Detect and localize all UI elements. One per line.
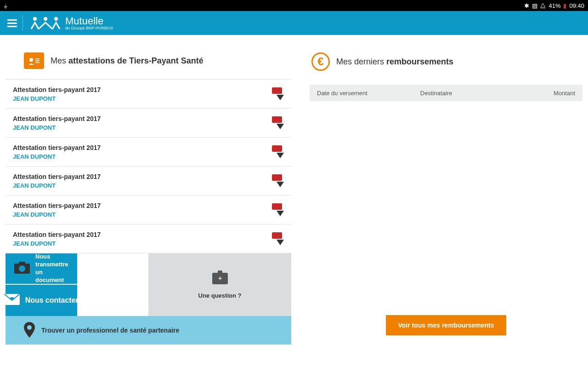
euro-icon: € xyxy=(311,52,330,71)
pin-icon xyxy=(24,322,35,339)
svg-point-16 xyxy=(27,325,32,330)
attestation-title: Attestation tiers-payant 2017 xyxy=(13,231,101,238)
envelope-icon xyxy=(4,294,20,307)
pdf-icon[interactable] xyxy=(272,203,284,216)
attestation-title: Attestation tiers-payant 2017 xyxy=(13,115,101,122)
attestation-title: Attestation tiers-payant 2017 xyxy=(13,144,101,151)
attestation-person: JEAN DUPONT xyxy=(13,95,101,102)
view-all-reimbursements-button[interactable]: Voir tous mes remboursements xyxy=(386,315,506,335)
svg-point-12 xyxy=(10,297,14,300)
attestations-title-prefix: Mes xyxy=(51,56,68,65)
wifi-icon: ⧋ xyxy=(540,2,546,9)
pdf-icon[interactable] xyxy=(272,87,284,100)
android-status-bar: ⏚ ✱ ▧ ⧋ 41% ▮ 09:40 xyxy=(0,0,588,11)
svg-rect-5 xyxy=(35,58,40,59)
menu-button[interactable] xyxy=(7,15,23,31)
pdf-icon[interactable] xyxy=(272,174,284,187)
attestation-person: JEAN DUPONT xyxy=(13,240,101,247)
attestation-person: JEAN DUPONT xyxy=(13,211,101,218)
vibrate-icon: ▧ xyxy=(532,2,537,9)
bluetooth-icon: ✱ xyxy=(524,2,529,9)
remb-title-prefix: Mes derniers xyxy=(336,57,386,66)
svg-rect-6 xyxy=(35,60,40,61)
id-card-icon xyxy=(24,52,44,69)
battery-percent: 41% xyxy=(548,2,560,9)
attestation-row[interactable]: Attestation tiers-payant 2017JEAN DUPONT xyxy=(6,138,291,167)
svg-point-1 xyxy=(44,17,47,21)
svg-text:+: + xyxy=(218,275,221,282)
attestation-person: JEAN DUPONT xyxy=(13,182,101,189)
col-amount: Montant xyxy=(524,90,575,97)
attestation-person: JEAN DUPONT xyxy=(13,153,101,160)
remb-title: remboursements xyxy=(386,57,453,66)
svg-rect-7 xyxy=(35,62,40,63)
attestation-title: Attestation tiers-payant 2017 xyxy=(13,202,101,209)
svg-point-4 xyxy=(29,58,33,62)
attestation-row[interactable]: Attestation tiers-payant 2017JEAN DUPONT xyxy=(6,167,291,196)
attestation-row[interactable]: Attestation tiers-payant 2017JEAN DUPONT xyxy=(6,196,291,224)
pdf-icon[interactable] xyxy=(272,116,284,129)
svg-rect-9 xyxy=(19,262,25,264)
svg-point-0 xyxy=(33,17,37,21)
contact-button[interactable]: Nous contacter xyxy=(6,285,77,316)
brand-name: Mutuelle xyxy=(65,16,113,26)
pdf-icon[interactable] xyxy=(272,145,284,158)
col-date: Date du versement xyxy=(317,90,420,97)
attestation-list: Attestation tiers-payant 2017JEAN DUPONT… xyxy=(6,79,291,253)
question-label: Une question ? xyxy=(198,292,242,299)
reimbursements-header: € Mes derniers remboursements xyxy=(310,49,582,81)
reimbursements-table-header: Date du versement Destinataire Montant xyxy=(310,85,582,101)
people-icon xyxy=(29,16,62,30)
battery-icon: ▮ xyxy=(563,2,566,9)
attestations-header: Mes attestations de Tiers-Payant Santé xyxy=(6,49,291,79)
reimbursements-empty xyxy=(310,101,582,315)
clock: 09:40 xyxy=(569,2,584,9)
attestation-row[interactable]: Attestation tiers-payant 2017JEAN DUPONT xyxy=(6,80,291,109)
col-recipient: Destinataire xyxy=(420,90,524,97)
find-professional-button[interactable]: Trouver un professionnel de santé parten… xyxy=(6,316,291,345)
attestation-title: Attestation tiers-payant 2017 xyxy=(13,173,101,180)
attestation-title: Attestation tiers-payant 2017 xyxy=(13,86,101,93)
transmit-document-button[interactable]: Nous transmettreun document xyxy=(6,253,77,285)
brand-subtitle: du Groupe BNP PARIBAS xyxy=(65,26,113,30)
attestation-row[interactable]: Attestation tiers-payant 2017JEAN DUPONT xyxy=(6,109,291,138)
attestation-person: JEAN DUPONT xyxy=(13,124,101,131)
usb-icon: ⏚ xyxy=(4,2,7,9)
brand-logo[interactable]: Mutuelle du Groupe BNP PARIBAS xyxy=(29,16,113,30)
quick-actions: Nous transmettreun document Nous contact… xyxy=(6,253,291,345)
app-header: Mutuelle du Groupe BNP PARIBAS xyxy=(0,11,588,35)
pdf-icon[interactable] xyxy=(272,232,284,245)
svg-point-10 xyxy=(19,265,25,272)
question-button[interactable]: + Une question ? xyxy=(148,253,291,316)
attestation-row[interactable]: Attestation tiers-payant 2017JEAN DUPONT xyxy=(6,224,291,253)
camera-icon xyxy=(14,262,30,276)
attestations-title: attestations de Tiers-Payant Santé xyxy=(68,56,204,65)
svg-point-2 xyxy=(54,17,58,21)
briefcase-icon: + xyxy=(212,270,228,286)
